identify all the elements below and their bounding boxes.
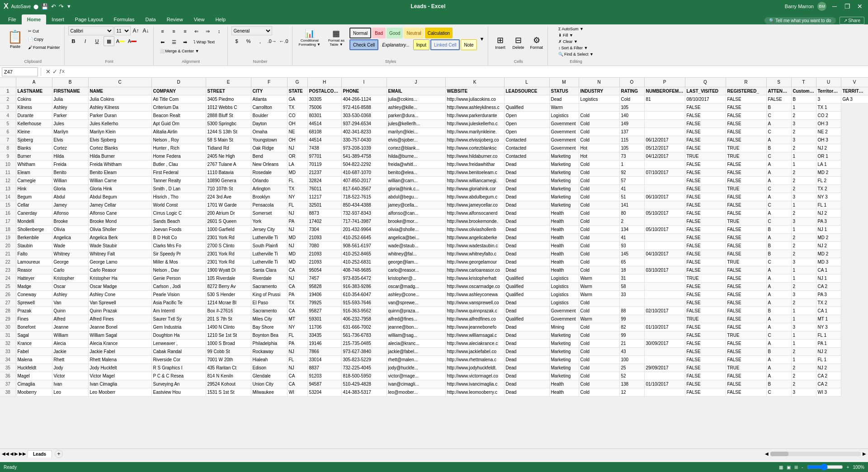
table-cell[interactable]: 2601 S Queen <box>206 217 251 225</box>
table-cell[interactable]: George Lamo <box>88 258 151 266</box>
table-cell[interactable]: STREET <box>206 87 251 95</box>
table-cell[interactable]: Cold <box>579 217 619 225</box>
table-cell[interactable]: Ati Title Com <box>151 95 206 103</box>
table-cell[interactable]: 01/10/2017 <box>644 380 685 388</box>
table-cell[interactable]: Mooberry <box>16 388 52 396</box>
table-cell[interactable]: A <box>766 266 791 274</box>
fill-color-button[interactable]: A <box>115 36 126 46</box>
style-good[interactable]: Good <box>387 28 403 38</box>
table-cell[interactable]: Cold <box>579 388 619 396</box>
style-check-cell[interactable]: Check Cell <box>349 39 378 50</box>
table-cell[interactable]: freida@whitl... <box>387 160 445 168</box>
increase-decimal-button[interactable]: .0→ <box>267 36 278 46</box>
table-cell[interactable]: Home Federa <box>151 152 206 160</box>
table-cell[interactable]: Government <box>549 315 579 323</box>
decrease-font-button[interactable]: A↓ <box>142 27 151 34</box>
table-cell[interactable]: FALSE <box>726 119 766 127</box>
table-cell[interactable]: Elvis <box>52 136 88 144</box>
table-cell[interactable]: C <box>766 184 791 193</box>
table-cell[interactable]: TRUE <box>685 152 726 160</box>
table-cell[interactable]: 82 <box>619 323 644 331</box>
table-cell[interactable]: http://www.alfonsocanerd <box>445 209 504 217</box>
table-cell[interactable]: 2301 York Rd <box>206 250 251 258</box>
table-cell[interactable]: 95827 <box>307 307 341 315</box>
table-cell[interactable]: whitney@fal... <box>387 250 445 258</box>
table-cell[interactable]: 1 <box>791 103 816 111</box>
table-cell[interactable]: NJ 2 <box>816 241 841 250</box>
more-styles-button[interactable]: ▼ <box>479 28 486 50</box>
table-cell[interactable]: William Sagal <box>88 331 151 339</box>
table-cell[interactable]: FALSE <box>726 347 766 355</box>
table-cell[interactable]: 201 S 7th St <box>206 315 251 323</box>
table-cell[interactable]: 1210 Se 1st St <box>206 331 251 339</box>
table-cell[interactable]: MT <box>287 315 307 323</box>
table-cell[interactable]: Dead <box>504 176 549 184</box>
table-cell[interactable]: 115 <box>619 136 644 144</box>
table-cell[interactable]: Marketing <box>549 152 579 160</box>
table-cell[interactable]: 2888 Bluff St <box>206 111 251 119</box>
table-cell[interactable]: PHONE <box>341 87 387 95</box>
table-cell[interactable]: Open <box>504 111 549 119</box>
table-cell[interactable]: http://www.angelicaberke <box>445 233 504 241</box>
autosave-toggle[interactable]: ⬤ <box>33 4 38 9</box>
table-cell[interactable]: Health <box>549 209 579 217</box>
style-neutral[interactable]: Neutral <box>404 28 424 38</box>
table-scroll[interactable]: A B C D E F G H I J K L M N O P Q <box>0 78 868 448</box>
col-S-header[interactable]: S <box>766 78 791 87</box>
table-cell[interactable]: http://www.gloriahink.cor <box>445 184 504 193</box>
table-cell[interactable]: Victor Magel <box>88 372 151 380</box>
table-cell[interactable]: Cirrus Logic C <box>151 209 206 217</box>
table-row[interactable]: 25MadgeOscarOscar MadgeCarlson , Jodi827… <box>0 282 868 290</box>
table-cell[interactable]: Hilda Burner <box>88 152 151 160</box>
table-cell[interactable]: TRUE <box>726 144 766 152</box>
table-row[interactable]: 13HinkGloriaGloria HinkSmith , D Lan710 … <box>0 184 868 193</box>
table-row[interactable]: 9BurnerHildaHilda BurnerHome Federa2405 … <box>0 152 868 160</box>
table-cell[interactable]: Willian <box>52 176 88 184</box>
table-cell[interactable]: FALSE <box>726 298 766 307</box>
table-cell[interactable]: Ivan <box>52 380 88 388</box>
table-cell[interactable]: Dayton <box>251 119 287 127</box>
table-cell[interactable]: CO <box>287 111 307 119</box>
table-cell[interactable]: jules@kellerlh... <box>387 119 445 127</box>
sheet-tab-leads[interactable]: Leads <box>27 450 52 458</box>
table-cell[interactable] <box>579 103 619 111</box>
table-cell[interactable]: FL 2 <box>816 176 841 184</box>
table-cell[interactable]: Alecia <box>52 339 88 347</box>
table-cell[interactable]: Fabel <box>16 347 52 355</box>
table-row[interactable]: 33FabelJackieJackie FabelCabak Randal99 … <box>0 347 868 355</box>
table-cell[interactable]: NJ <box>287 225 307 233</box>
table-cell[interactable]: 29524 Kohout <box>206 380 251 388</box>
table-cell[interactable]: Quinn <box>52 307 88 315</box>
table-cell[interactable]: willian@carn... <box>387 176 445 184</box>
table-cell[interactable]: B <box>766 307 791 315</box>
table-cell[interactable]: Carlo Reasor <box>88 266 151 274</box>
table-cell[interactable]: CA <box>287 380 307 388</box>
table-cell[interactable]: 70119 <box>307 160 341 168</box>
table-cell[interactable]: FALSE <box>685 241 726 250</box>
table-cell[interactable]: Milwaukee <box>251 388 287 396</box>
table-cell[interactable] <box>644 355 685 363</box>
table-cell[interactable]: C <box>766 152 791 160</box>
table-cell[interactable]: STATUS <box>549 87 579 95</box>
table-cell[interactable]: 1 <box>791 274 816 282</box>
text-direction-button[interactable]: ↕ <box>214 26 225 36</box>
table-cell[interactable]: OH 3 <box>816 136 841 144</box>
table-cell[interactable]: Lutherville Ti <box>251 233 287 241</box>
increase-font-button[interactable]: A↑ <box>132 27 141 34</box>
table-cell[interactable]: A <box>766 119 791 127</box>
table-cell[interactable]: http://www.jeannebonefo <box>445 323 504 331</box>
table-cell[interactable]: OR <box>287 152 307 160</box>
table-cell[interactable]: ATTENDED_L <box>766 87 791 95</box>
table-cell[interactable]: Qualified <box>504 290 549 298</box>
table-cell[interactable]: Clarks Mrs Fo <box>151 241 206 250</box>
table-cell[interactable]: FALSE <box>726 372 766 380</box>
table-cell[interactable]: FALSE <box>726 315 766 323</box>
table-cell[interactable]: victor@mage... <box>387 372 445 380</box>
table-cell[interactable]: NAME <box>88 87 151 95</box>
insert-cells-button[interactable]: ⊞ Insert <box>492 34 508 51</box>
table-cell[interactable]: Marketing <box>549 339 579 347</box>
tab-insert[interactable]: Insert <box>46 14 70 24</box>
table-cell[interactable]: Cold <box>579 298 619 307</box>
table-cell[interactable] <box>644 274 685 282</box>
table-cell[interactable]: Somerset <box>251 209 287 217</box>
